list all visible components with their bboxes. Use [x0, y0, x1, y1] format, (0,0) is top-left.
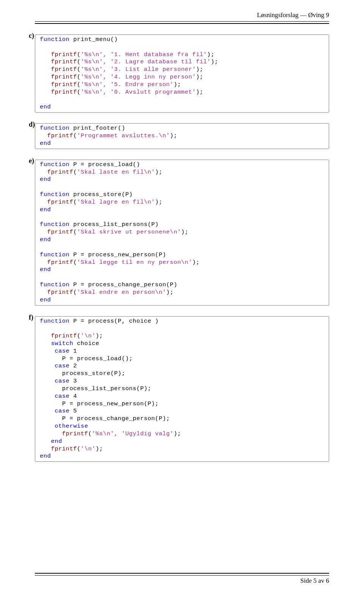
footer-rule [35, 573, 329, 576]
page-header: Løsningsforslag — Øving 9 [35, 11, 329, 21]
header-title: Løsningsforslag — Øving 9 [257, 11, 329, 19]
kw-end: end [40, 104, 51, 110]
codebox-e: function P = process_load() fprintf('Ska… [35, 160, 329, 306]
codebox-d: function print_footer() fprintf('Program… [35, 123, 329, 149]
section-e: e) function P = process_load() fprintf('… [35, 160, 329, 306]
codebox-f: function P = process(P, choice ) fprintf… [35, 316, 329, 462]
code-e: function P = process_load() fprintf('Ska… [40, 161, 324, 304]
label-d: d) [29, 121, 35, 129]
fn-fprintf: fprintf [51, 51, 77, 58]
code-c: function print_menu() fprintf('%s\n', '1… [40, 36, 324, 111]
header-rule [35, 21, 329, 24]
footer-text: Side 5 av 6 [35, 577, 329, 585]
kw-function: function [40, 36, 69, 43]
page: Løsningsforslag — Øving 9 c) function pr… [0, 0, 364, 596]
label-c: c) [29, 32, 34, 40]
label-e: e) [29, 157, 34, 165]
page-footer: Side 5 av 6 [35, 573, 329, 585]
codebox-c: function print_menu() fprintf('%s\n', '1… [35, 35, 329, 113]
code-d: function print_footer() fprintf('Program… [40, 125, 324, 147]
code-f: function P = process(P, choice ) fprintf… [40, 318, 324, 461]
section-d: d) function print_footer() fprintf('Prog… [35, 123, 329, 149]
section-c: c) function print_menu() fprintf('%s\n',… [35, 35, 329, 113]
label-f: f) [29, 314, 33, 322]
section-f: f) function P = process(P, choice ) fpri… [35, 316, 329, 462]
